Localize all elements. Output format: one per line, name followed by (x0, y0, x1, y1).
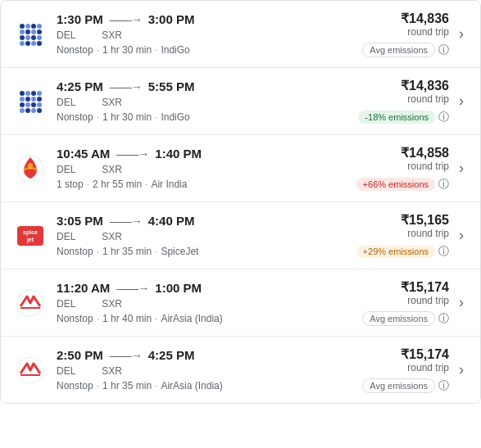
flight-row-2[interactable]: 4:25 PM ——→ 5:55 PM DEL SXR Nonstop · 1 … (1, 68, 480, 135)
svg-point-19 (37, 91, 42, 96)
arrive-time-2: 5:55 PM (148, 79, 195, 93)
svg-point-11 (37, 35, 42, 40)
expand-chevron-1[interactable]: › (456, 22, 467, 46)
airline-logo-1 (14, 18, 47, 51)
destination-4: SXR (102, 231, 122, 242)
price-section-6: ₹15,174 round trip Avg emissions ⓘ (351, 346, 449, 393)
depart-time-4: 3:05 PM (57, 214, 103, 228)
svg-point-17 (25, 91, 30, 96)
details-row-3: 1 stop · 2 hr 55 min · Air India (57, 179, 351, 190)
stops-3: 1 stop (57, 179, 84, 190)
duration-3: 2 hr 55 min (93, 179, 142, 190)
destination-6: SXR (102, 365, 122, 377)
origin-6: DEL (57, 365, 75, 377)
times-row-1: 1:30 PM ——→ 3:00 PM (57, 12, 351, 26)
svg-point-4 (20, 29, 25, 34)
dot-2-2: · (155, 111, 157, 123)
svg-point-8 (20, 35, 25, 40)
expand-chevron-5[interactable]: › (456, 291, 467, 315)
svg-point-0 (20, 24, 25, 29)
dot-1-6: · (97, 380, 99, 391)
svg-point-20 (20, 97, 25, 102)
price-4: ₹15,165 (351, 212, 449, 228)
svg-point-23 (37, 97, 42, 102)
dot-2-1: · (155, 44, 157, 56)
flight-info-2: 4:25 PM ——→ 5:55 PM DEL SXR Nonstop · 1 … (57, 79, 351, 123)
origin-1: DEL (57, 29, 75, 41)
expand-chevron-6[interactable]: › (456, 358, 467, 382)
origin-4: DEL (57, 231, 75, 242)
flight-list: 1:30 PM ——→ 3:00 PM DEL SXR Nonstop · 1 … (0, 0, 481, 404)
svg-point-7 (37, 29, 42, 34)
svg-point-13 (25, 41, 30, 46)
depart-time-1: 1:30 PM (57, 12, 103, 26)
details-row-5: Nonstop · 1 hr 40 min · AirAsia (India) (57, 313, 351, 324)
origin-2: DEL (57, 97, 75, 108)
flight-info-6: 2:50 PM ——→ 4:25 PM DEL SXR Nonstop · 1 … (57, 348, 351, 391)
emission-badge-6: Avg emissions (362, 378, 435, 393)
flight-row-5[interactable]: 11:20 AM ——→ 1:00 PM DEL SXR Nonstop · 1… (1, 269, 480, 337)
trip-type-3: round trip (351, 161, 449, 172)
depart-time-2: 4:25 PM (57, 79, 103, 93)
stops-4: Nonstop (57, 246, 93, 257)
flight-row-4[interactable]: spice jet 3:05 PM ——→ 4:40 PM DEL SXR No… (1, 202, 480, 269)
airline-logo-2 (14, 85, 47, 118)
svg-text:spice: spice (23, 229, 38, 236)
info-icon-4[interactable]: ⓘ (438, 244, 449, 259)
arrow-icon-6: ——→ (110, 349, 142, 362)
times-row-5: 11:20 AM ——→ 1:00 PM (57, 281, 351, 295)
svg-point-18 (31, 91, 36, 96)
dot-1-5: · (97, 313, 99, 324)
emission-badge-4: +29% emissions (356, 245, 435, 258)
airline-name-4: SpiceJet (161, 246, 198, 257)
info-icon-1[interactable]: ⓘ (438, 43, 449, 57)
price-3: ₹14,858 (351, 145, 449, 161)
times-row-2: 4:25 PM ——→ 5:55 PM (57, 79, 351, 93)
svg-point-31 (37, 108, 42, 113)
arrive-time-6: 4:25 PM (148, 348, 195, 362)
arrow-icon-5: ——→ (116, 282, 148, 295)
svg-point-21 (25, 97, 30, 102)
expand-chevron-4[interactable]: › (456, 224, 467, 247)
dot-2-3: · (145, 179, 147, 190)
flight-row-6[interactable]: 2:50 PM ——→ 4:25 PM DEL SXR Nonstop · 1 … (1, 337, 480, 403)
price-2: ₹14,836 (351, 78, 449, 93)
info-icon-3[interactable]: ⓘ (438, 177, 449, 192)
arrow-icon-2: ——→ (110, 80, 142, 93)
arrow-icon-1: ——→ (110, 13, 142, 26)
info-icon-6[interactable]: ⓘ (438, 378, 449, 393)
emission-badge-5: Avg emissions (362, 311, 435, 326)
arrive-time-5: 1:00 PM (155, 281, 202, 295)
trip-type-2: round trip (351, 93, 449, 105)
svg-point-22 (31, 97, 36, 102)
svg-point-16 (20, 91, 25, 96)
airports-row-3: DEL SXR (57, 164, 351, 175)
price-section-2: ₹14,836 round trip -18% emissions ⓘ (351, 78, 449, 124)
airports-row-1: DEL SXR (57, 29, 351, 41)
info-icon-5[interactable]: ⓘ (438, 311, 449, 326)
arrow-icon-4: ——→ (110, 215, 142, 228)
duration-1: 1 hr 30 min (102, 44, 152, 56)
expand-chevron-2[interactable]: › (456, 89, 467, 113)
flight-info-3: 10:45 AM ——→ 1:40 PM DEL SXR 1 stop · 2 … (57, 147, 351, 190)
price-section-4: ₹15,165 round trip +29% emissions ⓘ (351, 212, 449, 259)
flight-row-1[interactable]: 1:30 PM ——→ 3:00 PM DEL SXR Nonstop · 1 … (1, 1, 480, 68)
svg-point-24 (20, 102, 25, 107)
svg-point-28 (20, 108, 25, 113)
trip-type-1: round trip (351, 26, 449, 38)
emission-badge-1: Avg emissions (362, 43, 435, 57)
destination-5: SXR (102, 298, 122, 310)
stops-5: Nonstop (57, 313, 93, 324)
flight-row-3[interactable]: 10:45 AM ——→ 1:40 PM DEL SXR 1 stop · 2 … (1, 135, 480, 202)
price-section-1: ₹14,836 round trip Avg emissions ⓘ (351, 11, 449, 57)
price-6: ₹15,174 (351, 346, 449, 362)
duration-4: 1 hr 35 min (102, 246, 152, 257)
price-section-5: ₹15,174 round trip Avg emissions ⓘ (351, 279, 449, 326)
expand-chevron-3[interactable]: › (456, 156, 467, 180)
svg-point-27 (37, 102, 42, 107)
duration-2: 1 hr 30 min (102, 111, 152, 123)
info-icon-2[interactable]: ⓘ (438, 110, 449, 124)
dot-2-6: · (155, 380, 157, 391)
airline-name-1: IndiGo (161, 44, 189, 56)
dot-2-4: · (155, 246, 157, 257)
